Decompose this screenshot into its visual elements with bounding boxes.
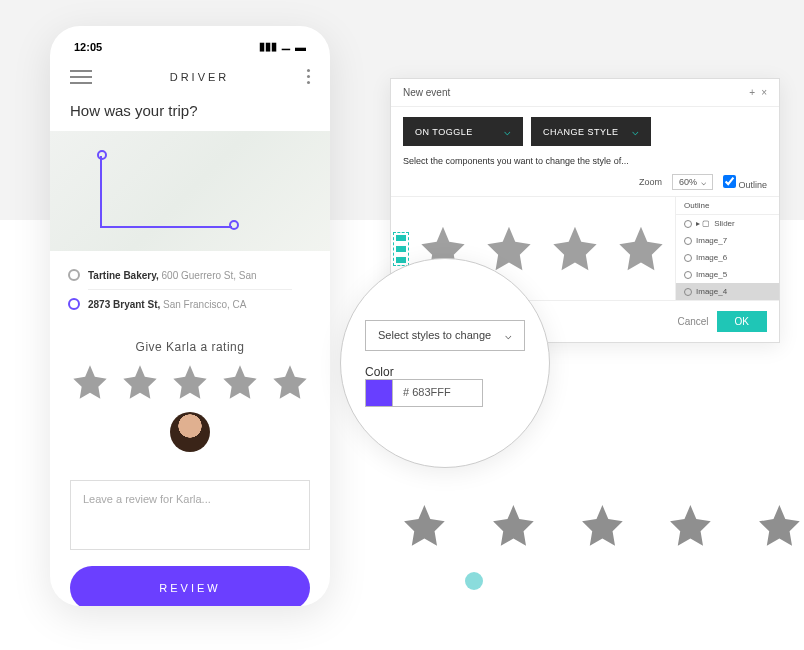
eye-icon[interactable] <box>684 220 692 228</box>
outline-toggle[interactable]: Outline <box>723 175 767 190</box>
star-icon[interactable] <box>70 362 110 402</box>
origin-name: Tartine Bakery, <box>88 270 159 281</box>
star-icon[interactable] <box>220 362 260 402</box>
star-icon[interactable] <box>755 501 804 550</box>
canvas-star[interactable] <box>549 221 601 276</box>
color-input[interactable]: # 683FFF <box>393 379 483 407</box>
chevron-down-icon: ⌵ <box>504 125 512 138</box>
battery-icon: ▬ <box>295 41 306 53</box>
svg-point-1 <box>230 221 238 229</box>
outline-item-slider[interactable]: ▸ ▢Slider <box>676 215 779 232</box>
dest-row: 2873 Bryant St, San Francisco, CA <box>68 292 312 316</box>
eye-icon[interactable] <box>684 237 692 245</box>
trip-map[interactable] <box>50 131 330 251</box>
hamburger-icon[interactable] <box>70 70 92 84</box>
close-icon[interactable]: × <box>761 87 767 98</box>
status-bar: 12:05 ▮▮▮ ⚊ ▬ <box>50 26 330 61</box>
phone-mockup: 12:05 ▮▮▮ ⚊ ▬ DRIVER How was your trip? … <box>50 26 330 606</box>
eye-icon[interactable] <box>684 254 692 262</box>
outline-item-image4[interactable]: Image_4 <box>676 283 779 300</box>
styles-select[interactable]: Select styles to change ⌵ <box>365 320 525 351</box>
dest-pin-icon <box>228 219 240 231</box>
canvas-star-selected[interactable] <box>399 238 403 260</box>
origin-addr: 600 Guerrero St, San <box>159 270 257 281</box>
action-select[interactable]: CHANGE STYLE ⌵ <box>531 117 651 146</box>
star-icon[interactable] <box>120 362 160 402</box>
addresses: Tartine Bakery, 600 Guerrero St, San 287… <box>50 251 330 328</box>
status-time: 12:05 <box>74 41 102 53</box>
dest-name: 2873 Bryant St, <box>88 299 160 310</box>
origin-icon <box>68 269 80 281</box>
chevron-down-icon: ⌵ <box>632 125 640 138</box>
dest-icon <box>68 298 80 310</box>
star-icon[interactable] <box>270 362 310 402</box>
review-input[interactable]: Leave a review for Karla... <box>70 480 310 550</box>
zoom-label: Zoom <box>639 177 662 187</box>
cancel-button[interactable]: Cancel <box>677 316 708 327</box>
star-icon[interactable] <box>489 501 538 550</box>
outline-panel: Outline ▸ ▢Slider Image_7 Image_6 Image_… <box>675 197 779 300</box>
outline-item-image6[interactable]: Image_6 <box>676 249 779 266</box>
star-icon[interactable] <box>578 501 627 550</box>
color-swatch[interactable] <box>365 379 393 407</box>
chevron-down-icon: ⌵ <box>701 177 706 187</box>
review-button[interactable]: REVIEW <box>70 566 310 606</box>
outline-item-image5[interactable]: Image_5 <box>676 266 779 283</box>
trip-question: How was your trip? <box>50 92 330 131</box>
add-icon[interactable]: + <box>749 87 755 98</box>
panel-instruction: Select the components you want to change… <box>391 156 779 174</box>
more-icon[interactable] <box>307 69 310 84</box>
star-icon[interactable] <box>666 501 715 550</box>
color-label: Color <box>365 365 525 379</box>
canvas-star[interactable] <box>615 221 667 276</box>
app-header: DRIVER <box>50 61 330 92</box>
star-icon[interactable] <box>170 362 210 402</box>
signal-icon: ▮▮▮ <box>259 40 277 53</box>
zoom-select[interactable]: 60% ⌵ <box>672 174 713 190</box>
star-icon[interactable] <box>400 501 449 550</box>
rating-title: Give Karla a rating <box>70 340 310 354</box>
trigger-select[interactable]: ON TOGGLE ⌵ <box>403 117 523 146</box>
rating-section: Give Karla a rating <box>50 328 330 464</box>
ok-button[interactable]: OK <box>717 311 767 332</box>
origin-pin-icon <box>96 149 108 161</box>
slider-handle[interactable] <box>465 572 483 590</box>
outline-title: Outline <box>676 197 779 215</box>
origin-row: Tartine Bakery, 600 Guerrero St, San <box>68 263 312 287</box>
driver-avatar <box>170 412 210 452</box>
outline-item-image7[interactable]: Image_7 <box>676 232 779 249</box>
chevron-down-icon: ⌵ <box>505 329 512 342</box>
header-title: DRIVER <box>170 71 230 83</box>
panel-header: New event + × <box>391 79 779 107</box>
eye-icon[interactable] <box>684 271 692 279</box>
wifi-icon: ⚊ <box>281 40 291 53</box>
magnifier: Select styles to change ⌵ Color # 683FFF <box>340 258 550 468</box>
dest-addr: San Francisco, CA <box>160 299 246 310</box>
svg-point-0 <box>98 151 106 159</box>
preview-stars <box>400 501 804 550</box>
eye-icon[interactable] <box>684 288 692 296</box>
panel-title: New event <box>403 87 450 98</box>
rating-stars <box>70 362 310 402</box>
